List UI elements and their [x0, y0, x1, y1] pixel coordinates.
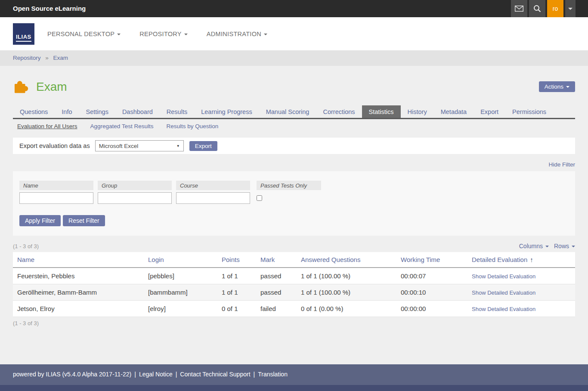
column-header-label: Answered Questions — [301, 256, 360, 263]
subtab[interactable]: Evaluation for All Users — [17, 123, 77, 129]
nav-menu-label: ADMINISTRATION — [207, 31, 261, 37]
cell-login: [elroy] — [144, 301, 217, 317]
nav-menu-item[interactable]: ADMINISTRATION — [207, 31, 267, 37]
filter-text-input[interactable] — [19, 192, 93, 204]
tab[interactable]: Corrections — [316, 105, 362, 118]
apply-filter-button[interactable]: Apply Filter — [19, 215, 61, 226]
reset-filter-button[interactable]: Reset Filter — [63, 215, 105, 226]
table-meta: (1 - 3 of 3) Columns Rows — [13, 243, 575, 249]
cell-working-time: 00:00:00 — [396, 301, 467, 317]
column-header[interactable]: Mark — [256, 252, 297, 268]
tab[interactable]: Manual Scoring — [259, 105, 316, 118]
cell-working-time: 00:00:07 — [396, 268, 467, 284]
footer-link[interactable]: Translation — [258, 371, 288, 378]
export-button[interactable]: Export — [189, 141, 217, 151]
table-row: Jetson, Elroy [elroy] 0 of 1 failed 0 of… — [13, 301, 575, 317]
tab[interactable]: Permissions — [505, 105, 553, 118]
tab[interactable]: Learning Progress — [194, 105, 259, 118]
export-format-select[interactable]: Microsoft Excel ▼ — [95, 140, 184, 151]
filter-text-input[interactable] — [98, 192, 172, 204]
footer-link[interactable]: Legal Notice — [139, 371, 173, 378]
search-button[interactable] — [529, 0, 545, 17]
show-detailed-evaluation-link[interactable]: Show Detailed Evaluation — [472, 306, 535, 312]
chevron-down-icon — [117, 34, 121, 35]
column-header[interactable]: Login — [144, 252, 217, 268]
passed-tests-only-checkbox[interactable] — [257, 195, 262, 201]
filter-panel: Name Group Course Passed Test — [13, 171, 575, 236]
column-header-label: Detailed Evaluation — [472, 256, 527, 263]
tab[interactable]: Results — [160, 105, 194, 118]
filter-field: Group — [98, 181, 172, 204]
table-body: Feuerstein, Pebbles [pebbles] 1 of 1 pas… — [13, 268, 575, 317]
result-range-top: (1 - 3 of 3) — [13, 243, 39, 249]
columns-selector[interactable]: Columns — [519, 243, 549, 249]
table-row: Feuerstein, Pebbles [pebbles] 1 of 1 pas… — [13, 268, 575, 284]
filter-fields: Name Group Course Passed Test — [19, 181, 569, 204]
select-arrow-icon: ▼ — [176, 144, 180, 148]
nav-menu-label: REPOSITORY — [139, 31, 182, 37]
nav-menu-item[interactable]: PERSONAL DESKTOP — [47, 31, 121, 37]
footer-separator: | — [251, 371, 258, 378]
cell-mark: passed — [256, 284, 297, 301]
topbar: Open Source eLearning ro — [0, 0, 588, 17]
nav-menu-item[interactable]: REPOSITORY — [139, 31, 188, 37]
chevron-down-icon — [568, 8, 573, 10]
subtab[interactable]: Results by Question — [166, 123, 218, 129]
hide-filter-link[interactable]: Hide Filter — [548, 161, 575, 168]
tab[interactable]: Dashboard — [115, 105, 160, 118]
breadcrumb-exam[interactable]: Exam — [53, 55, 68, 61]
filter-text-input[interactable] — [176, 192, 250, 204]
column-header[interactable]: Detailed Evaluation↑ — [467, 252, 575, 268]
column-header-label: Working Time — [401, 256, 440, 263]
chevron-down-icon — [572, 246, 575, 247]
search-icon — [533, 5, 541, 12]
main-content: Exam Actions Questions Info Settings Das… — [0, 66, 588, 364]
filter-field: Passed Tests Only — [257, 181, 321, 204]
tab[interactable]: History — [401, 105, 434, 118]
filter-buttons: Apply Filter Reset Filter — [19, 215, 569, 226]
subtab[interactable]: Aggregated Test Results — [90, 123, 154, 129]
chevron-down-icon — [264, 34, 267, 35]
title-row: Exam Actions — [13, 79, 575, 95]
result-range-bottom: (1 - 3 of 3) — [13, 320, 575, 326]
show-detailed-evaluation-link[interactable]: Show Detailed Evaluation — [472, 289, 535, 296]
filter-field-label: Passed Tests Only — [257, 181, 321, 190]
footer-separator: | — [173, 371, 180, 378]
mail-button[interactable] — [511, 0, 527, 17]
column-header[interactable]: Name — [13, 252, 144, 268]
ilias-logo[interactable]: ILIAS — [13, 23, 34, 45]
tab[interactable]: Export — [473, 105, 505, 118]
column-header[interactable]: Points — [217, 252, 256, 268]
page-title: Exam — [36, 80, 67, 94]
client-title: Open Source eLearning — [0, 0, 588, 17]
tab[interactable]: Statistics — [362, 105, 401, 118]
footer-separator: | — [131, 371, 139, 378]
footer-bottom-strip — [0, 385, 588, 391]
column-header[interactable]: Working Time — [396, 252, 467, 268]
tab-bar: Questions Info Settings Dashboard Result… — [13, 105, 575, 119]
tab[interactable]: Questions — [13, 105, 55, 118]
rows-selector[interactable]: Rows — [554, 243, 575, 249]
column-header-label: Login — [148, 256, 164, 263]
tab[interactable]: Settings — [79, 105, 115, 118]
breadcrumb-separator: » — [42, 55, 52, 61]
cell-mark: passed — [256, 268, 297, 284]
mail-icon — [515, 6, 523, 12]
actions-label: Actions — [545, 83, 563, 90]
hide-filter-row: Hide Filter — [13, 161, 575, 168]
tab[interactable]: Info — [55, 105, 79, 118]
column-header[interactable]: Answered Questions — [297, 252, 396, 268]
ilias-logo-text: ILIAS — [16, 34, 31, 42]
user-avatar[interactable]: ro — [547, 0, 563, 17]
table-controls: Columns Rows — [519, 243, 575, 249]
actions-button[interactable]: Actions — [539, 81, 575, 92]
show-detailed-evaluation-link[interactable]: Show Detailed Evaluation — [472, 273, 535, 280]
filter-field-label: Name — [19, 181, 93, 190]
tab[interactable]: Metadata — [434, 105, 473, 118]
breadcrumb-repository[interactable]: Repository — [13, 55, 41, 61]
export-format-value: Microsoft Excel — [99, 143, 139, 149]
user-menu-button[interactable] — [565, 0, 576, 17]
footer-link[interactable]: Contact Technical Support — [180, 371, 250, 378]
columns-label: Columns — [519, 243, 543, 249]
cell-mark: failed — [256, 301, 297, 317]
